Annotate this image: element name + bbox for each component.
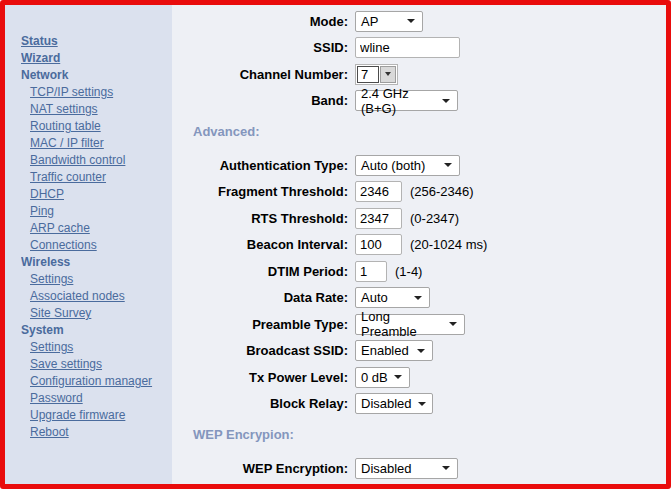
authentication-type-value: Auto (both): [361, 158, 425, 173]
fragment-threshold-hint: (256-2346): [410, 184, 474, 199]
ssid-input[interactable]: [355, 37, 460, 58]
wep-encryption-row: WEP Encryption: Disabled: [172, 455, 666, 482]
sidebar-item-tcpip-settings[interactable]: TCP/IP settings: [21, 84, 172, 101]
sidebar-item-nat-settings[interactable]: NAT settings: [21, 101, 172, 118]
advanced-section-header: Advanced:: [172, 124, 666, 140]
rts-threshold-input[interactable]: [355, 208, 402, 229]
beacon-interval-label: Beacon Interval:: [172, 237, 355, 252]
preamble-type-row: Preamble Type: Long Preamble: [172, 311, 666, 338]
broadcast-ssid-select[interactable]: Enabled: [355, 340, 433, 361]
sidebar-item-configuration-manager[interactable]: Configuration manager: [21, 373, 172, 390]
block-relay-label: Block Relay:: [172, 396, 355, 411]
chevron-down-icon: [449, 322, 457, 326]
band-select[interactable]: 2.4 GHz (B+G): [355, 90, 458, 111]
broadcast-ssid-row: Broadcast SSID: Enabled: [172, 338, 666, 365]
wep-section-header: WEP Encrypion:: [172, 427, 666, 443]
authentication-type-row: Authentication Type: Auto (both): [172, 152, 666, 179]
wireless-settings-form: Mode: AP SSID: Channel Number: 7 Band: 2…: [172, 5, 666, 484]
sidebar-item-save-settings[interactable]: Save settings: [21, 356, 172, 373]
broadcast-ssid-label: Broadcast SSID:: [172, 343, 355, 358]
sidebar-item-status[interactable]: Status: [21, 33, 172, 50]
sidebar: Status Wizard Network TCP/IP settings NA…: [5, 5, 172, 484]
mode-row: Mode: AP: [172, 8, 666, 35]
preamble-type-select[interactable]: Long Preamble: [355, 314, 465, 335]
data-rate-label: Data Rate:: [172, 290, 355, 305]
chevron-down-icon: [407, 19, 415, 23]
dtim-period-input[interactable]: [355, 261, 387, 282]
mode-label: Mode:: [172, 14, 355, 29]
sidebar-item-dhcp[interactable]: DHCP: [21, 186, 172, 203]
beacon-interval-hint: (20-1024 ms): [410, 237, 487, 252]
sidebar-item-system-settings[interactable]: Settings: [21, 339, 172, 356]
preamble-type-value: Long Preamble: [361, 309, 443, 339]
block-relay-row: Block Relay: Disabled: [172, 391, 666, 418]
authentication-type-label: Authentication Type:: [172, 158, 355, 173]
chevron-down-icon: [442, 99, 450, 103]
combo-dropdown-button[interactable]: [380, 66, 396, 83]
chevron-down-icon: [414, 296, 422, 300]
sidebar-item-mac-ip-filter[interactable]: MAC / IP filter: [21, 135, 172, 152]
sidebar-item-connections[interactable]: Connections: [21, 237, 172, 254]
sidebar-header-wireless: Wireless: [21, 254, 172, 271]
sidebar-header-system: System: [21, 322, 172, 339]
band-label: Band:: [172, 93, 355, 108]
sidebar-item-ping[interactable]: Ping: [21, 203, 172, 220]
data-rate-row: Data Rate: Auto: [172, 285, 666, 312]
sidebar-item-traffic-counter[interactable]: Traffic counter: [21, 169, 172, 186]
wep-encryption-label: WEP Encryption:: [172, 461, 355, 476]
mode-select-value: AP: [361, 14, 378, 29]
channel-number-row: Channel Number: 7: [172, 61, 666, 88]
router-admin-window: Status Wizard Network TCP/IP settings NA…: [0, 0, 671, 489]
block-relay-select[interactable]: Disabled: [355, 393, 433, 414]
broadcast-ssid-value: Enabled: [361, 343, 409, 358]
sidebar-item-associated-nodes[interactable]: Associated nodes: [21, 288, 172, 305]
channel-number-label: Channel Number:: [172, 67, 355, 82]
sidebar-item-reboot[interactable]: Reboot: [21, 424, 172, 441]
channel-number-value: 7: [357, 66, 379, 83]
sidebar-item-bandwidth-control[interactable]: Bandwidth control: [21, 152, 172, 169]
wep-encryption-value: Disabled: [361, 461, 412, 476]
sidebar-item-upgrade-firmware[interactable]: Upgrade firmware: [21, 407, 172, 424]
fragment-threshold-label: Fragment Threshold:: [172, 184, 355, 199]
rts-threshold-hint: (0-2347): [410, 211, 459, 226]
dtim-period-label: DTIM Period:: [172, 264, 355, 279]
tx-power-level-value: 0 dB: [361, 370, 388, 385]
band-row: Band: 2.4 GHz (B+G): [172, 88, 666, 115]
tx-power-level-select[interactable]: 0 dB: [355, 367, 410, 388]
preamble-type-label: Preamble Type:: [172, 317, 355, 332]
beacon-interval-input[interactable]: [355, 234, 402, 255]
sidebar-item-wireless-settings[interactable]: Settings: [21, 271, 172, 288]
ssid-row: SSID:: [172, 35, 666, 62]
chevron-down-icon: [385, 72, 391, 76]
mode-select[interactable]: AP: [355, 11, 423, 32]
block-relay-value: Disabled: [361, 396, 412, 411]
rts-threshold-row: RTS Threshold: (0-2347): [172, 205, 666, 232]
fragment-threshold-input[interactable]: [355, 181, 402, 202]
data-rate-select[interactable]: Auto: [355, 287, 430, 308]
band-select-value: 2.4 GHz (B+G): [361, 86, 436, 116]
wep-encryption-select[interactable]: Disabled: [355, 458, 458, 479]
dtim-period-hint: (1-4): [395, 264, 422, 279]
authentication-type-select[interactable]: Auto (both): [355, 155, 460, 176]
chevron-down-icon: [418, 402, 426, 406]
tx-power-level-row: Tx Power Level: 0 dB: [172, 364, 666, 391]
sidebar-item-routing-table[interactable]: Routing table: [21, 118, 172, 135]
sidebar-item-site-survey[interactable]: Site Survey: [21, 305, 172, 322]
sidebar-header-network: Network: [21, 67, 172, 84]
chevron-down-icon: [442, 466, 450, 470]
chevron-down-icon: [444, 163, 452, 167]
dtim-period-row: DTIM Period: (1-4): [172, 258, 666, 285]
chevron-down-icon: [417, 349, 425, 353]
fragment-threshold-row: Fragment Threshold: (256-2346): [172, 179, 666, 206]
tx-power-level-label: Tx Power Level:: [172, 370, 355, 385]
sidebar-item-wizard[interactable]: Wizard: [21, 50, 172, 67]
beacon-interval-row: Beacon Interval: (20-1024 ms): [172, 232, 666, 259]
sidebar-item-arp-cache[interactable]: ARP cache: [21, 220, 172, 237]
rts-threshold-label: RTS Threshold:: [172, 211, 355, 226]
sidebar-item-password[interactable]: Password: [21, 390, 172, 407]
data-rate-value: Auto: [361, 290, 388, 305]
ssid-label: SSID:: [172, 40, 355, 55]
channel-number-combobox[interactable]: 7: [355, 64, 398, 85]
chevron-down-icon: [394, 375, 402, 379]
